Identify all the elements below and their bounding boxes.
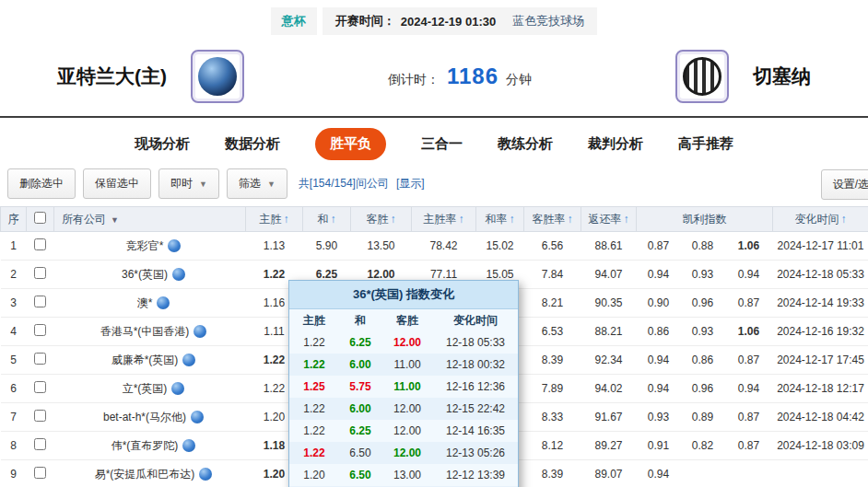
odds-history-popup: 36*(英国) 指数变化 主胜 和 客胜 变化时间 1.226.2512.001… (288, 280, 519, 487)
tab-6[interactable]: 裁判分析 (588, 135, 643, 153)
kelly-1: 0.94 (637, 375, 681, 403)
popup-away-odds: 12.00 (381, 336, 433, 349)
keep-selected-button[interactable]: 保留选中 (83, 168, 151, 199)
company-odds-icon[interactable] (182, 439, 195, 452)
home-team-logo (191, 50, 244, 103)
filter-dropdown[interactable]: 筛选▼ (227, 168, 287, 199)
row-checkbox[interactable] (34, 410, 46, 422)
header-away-rate[interactable]: 客胜率↑ (524, 207, 581, 232)
company-cell: 香港马*(中国香港) (54, 318, 246, 346)
teams-header: 亚特兰大(主) 倒计时： 1186 分钟 切塞纳 (0, 41, 868, 112)
select-all-checkbox[interactable] (34, 212, 46, 224)
company-odds-icon[interactable] (157, 296, 170, 309)
rate-away: 7.84 (524, 261, 581, 289)
popup-change-time: 12-18 00:32 (433, 358, 518, 371)
rate-return: 92.34 (581, 346, 637, 375)
header-draw-odds[interactable]: 和↑ (303, 207, 351, 232)
header-company[interactable]: 所有公司▼ (54, 207, 246, 232)
row-checkbox[interactable] (34, 381, 46, 393)
popup-draw-odds: 6.50 (339, 469, 381, 481)
table-header-row: 序 所有公司▼ 主胜↑ 和↑ 客胜↑ 主胜率↑ 和率↑ 客胜率↑ 返还率↑ 凯利… (1, 207, 868, 232)
change-time: 2024-12-18 04:42 (773, 403, 868, 432)
company-odds-icon[interactable] (194, 325, 206, 338)
row-checkbox[interactable] (34, 324, 46, 336)
table-row: 1竞彩官*1.135.9013.5078.4215.026.5688.610.8… (1, 232, 868, 261)
tab-3[interactable]: 胜平负 (315, 128, 386, 160)
header-index: 序 (1, 207, 27, 232)
row-checkbox[interactable] (34, 238, 46, 250)
popup-home-odds: 1.20 (289, 469, 339, 481)
company-odds-icon[interactable] (168, 239, 181, 252)
kelly-1: 0.94 (637, 460, 681, 487)
row-index: 4 (1, 318, 27, 346)
kelly-3: 0.87 (725, 403, 773, 432)
tab-2[interactable]: 数据分析 (225, 135, 280, 153)
tab-7[interactable]: 高手推荐 (678, 135, 733, 153)
home-team: 亚特兰大(主) (57, 50, 244, 103)
home-crest-icon (198, 57, 237, 96)
header-change-time[interactable]: 变化时间↑ (773, 207, 868, 232)
rate-draw: 15.02 (476, 232, 524, 261)
header-return-rate[interactable]: 返还率↑ (581, 207, 637, 232)
kelly-3: 0.87 (725, 432, 773, 460)
sort-up-icon: ↑ (568, 213, 573, 226)
away-team-logo (675, 50, 729, 103)
company-cell: 澳* (54, 289, 246, 318)
tabs: 现场分析数据分析胜平负三合一教练分析裁判分析高手推荐 (0, 116, 868, 171)
company-odds-icon[interactable] (172, 268, 185, 281)
company-odds-icon[interactable] (182, 354, 195, 366)
popup-change-time: 12-14 16:35 (433, 424, 518, 437)
row-checkbox[interactable] (34, 267, 46, 279)
popup-header-row: 主胜 和 客胜 变化时间 (289, 309, 518, 331)
company-cell: 伟*(直布罗陀) (54, 432, 246, 460)
settings-button[interactable]: 设置/选 (821, 169, 868, 200)
start-time-label: 开赛时间： (335, 13, 395, 29)
header-away-odds[interactable]: 客胜↑ (351, 207, 412, 232)
tab-4[interactable]: 三合一 (421, 135, 463, 153)
sort-up-icon: ↑ (459, 213, 464, 226)
popup-row: 1.226.0011.0012-18 00:32 (289, 354, 518, 376)
company-name: 澳* (137, 296, 153, 309)
league-badge: 意杯 (271, 7, 317, 35)
popup-away-odds: 12.00 (381, 424, 433, 437)
company-cell: 易*(安提瓜和巴布达) (54, 460, 246, 487)
row-index: 6 (1, 375, 27, 403)
popup-row: 1.206.5013.0012-12 13:39 (289, 464, 518, 486)
company-name: 易*(安提瓜和巴布达) (95, 468, 195, 481)
rate-return: 88.61 (581, 232, 637, 261)
company-odds-icon[interactable] (199, 468, 212, 481)
tab-5[interactable]: 教练分析 (498, 135, 553, 153)
company-cell: 立*(英国) (54, 375, 246, 403)
away-team-name: 切塞纳 (753, 64, 811, 89)
delete-selected-button[interactable]: 删除选中 (7, 168, 76, 199)
company-name: 竞彩官* (126, 239, 164, 252)
tab-1[interactable]: 现场分析 (135, 135, 190, 153)
row-checkbox[interactable] (34, 467, 46, 479)
rate-return: 89.27 (581, 432, 637, 460)
company-odds-icon[interactable] (171, 382, 184, 395)
kelly-1: 0.93 (637, 403, 681, 432)
popup-home-odds: 1.22 (289, 446, 339, 459)
popup-row: 1.226.2512.0012-18 05:33 (289, 331, 518, 354)
kelly-2: 0.82 (681, 432, 725, 460)
change-time: 2024-12-14 19:33 (773, 289, 868, 318)
row-checkbox-cell (27, 289, 54, 318)
row-checkbox[interactable] (34, 353, 46, 365)
kelly-3: 0.94 (725, 375, 773, 403)
instant-dropdown[interactable]: 即时▼ (158, 168, 219, 199)
row-checkbox-cell (27, 261, 54, 289)
popup-draw-odds: 6.25 (339, 336, 381, 349)
header-home-odds[interactable]: 主胜↑ (246, 207, 303, 232)
row-checkbox[interactable] (34, 296, 46, 307)
header-home-rate[interactable]: 主胜率↑ (412, 207, 476, 232)
kelly-2: 0.89 (681, 403, 725, 432)
countdown-unit: 分钟 (506, 72, 532, 88)
popup-away-odds: 13.00 (381, 469, 433, 481)
kelly-2: 0.86 (681, 346, 725, 375)
popup-row: 1.226.2512.0012-14 16:35 (289, 420, 518, 442)
header-draw-rate[interactable]: 和率↑ (476, 207, 524, 232)
company-odds-icon[interactable] (191, 411, 204, 423)
show-link[interactable]: [显示] (396, 176, 425, 191)
popup-header-home: 主胜 (289, 313, 339, 329)
row-checkbox[interactable] (34, 438, 46, 450)
